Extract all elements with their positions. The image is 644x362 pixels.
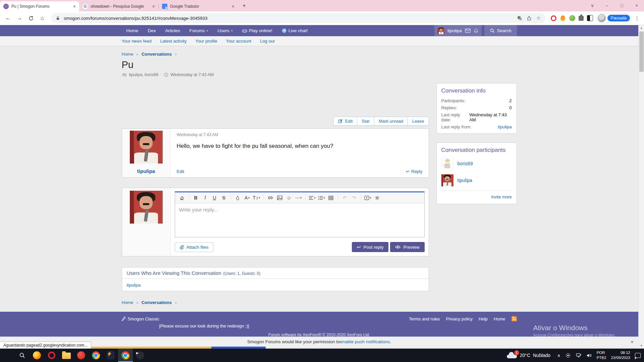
tab-close-icon[interactable]: × (152, 4, 155, 9)
subnav-log-out[interactable]: Log out (260, 39, 274, 44)
subnav-your-account[interactable]: Your account (226, 39, 251, 44)
start-button[interactable] (0, 349, 15, 362)
undo-icon[interactable]: ↶ (340, 193, 349, 202)
footer-terms-link[interactable]: Terms and rules (409, 316, 440, 321)
subnav-latest-activity[interactable]: Latest activity (160, 39, 187, 44)
leave-button[interactable]: Leave (408, 117, 429, 126)
nav-home[interactable]: Home (122, 25, 143, 36)
font-size-icon[interactable]: T↕▾ (252, 193, 261, 202)
browser-menu-icon[interactable]: ⋮ (633, 15, 641, 21)
avatar[interactable] (441, 158, 453, 170)
strikethrough-icon[interactable]: S (220, 193, 228, 202)
more-options-icon[interactable]: ⋯▾ (294, 193, 303, 202)
avatar[interactable] (130, 131, 163, 164)
address-bar[interactable]: smogon.com/forums/conversations/pu.92514… (51, 13, 545, 23)
taskbar-weather[interactable]: 1 20°C Nublado (505, 352, 552, 358)
insert-table-icon[interactable] (327, 193, 335, 202)
align-icon[interactable]: ▾ (308, 193, 317, 202)
taskbar-opera[interactable] (44, 349, 59, 362)
taskbar-file-explorer[interactable] (59, 349, 74, 362)
footer-help-link[interactable]: Help (479, 316, 488, 321)
language-indicator[interactable]: POR PTB2 (597, 350, 606, 360)
flame-extension-icon[interactable] (560, 15, 565, 21)
star-button[interactable]: Star (357, 117, 374, 126)
reload-icon[interactable] (26, 13, 36, 23)
bookmark-star-icon[interactable]: ☆ (535, 15, 542, 21)
message-reply-link[interactable]: ↩ Reply (406, 169, 422, 174)
participant-link-boris69[interactable]: boris69 (458, 161, 473, 166)
subnav-news-feed[interactable]: Your news feed (122, 39, 152, 44)
share-icon[interactable] (526, 15, 533, 21)
meet-now-icon[interactable] (565, 353, 571, 358)
participant-link-tipulipa[interactable]: tipulipa (458, 178, 472, 183)
nav-search-button[interactable]: Search (484, 25, 517, 36)
post-reply-button[interactable]: ↩ Post reply (352, 242, 388, 252)
sync-paused-badge[interactable]: Pausada (607, 15, 630, 21)
taskbar-media-app[interactable]: ▶ (133, 349, 148, 362)
tab-search-icon[interactable]: ∨ (585, 0, 600, 11)
taskbar-chrome-active[interactable] (118, 349, 133, 362)
volume-icon[interactable] (586, 353, 592, 358)
tab-close-icon[interactable]: × (232, 4, 234, 9)
extensions-puzzle-icon[interactable] (579, 16, 584, 21)
action-center-icon[interactable] (635, 353, 641, 358)
minimize-icon[interactable]: – (600, 0, 614, 11)
nav-forums[interactable]: Forums ▾ (185, 25, 213, 36)
nav-articles[interactable]: Articles (161, 25, 185, 36)
mark-unread-button[interactable]: Mark unread (374, 117, 408, 126)
nav-users[interactable]: Users ▾ (213, 25, 237, 36)
attach-files-button[interactable]: Attach files (175, 242, 213, 252)
nav-username[interactable]: tipulipa (447, 28, 462, 33)
taskbar-search-button[interactable] (15, 349, 30, 362)
insert-link-icon[interactable] (266, 193, 275, 202)
new-tab-button[interactable]: + (240, 1, 249, 10)
page-scrollbar[interactable]: ▲ ▼ (638, 25, 644, 349)
scroll-up-icon[interactable]: ▲ (639, 25, 644, 31)
home-icon[interactable]: ⌂ (38, 13, 47, 23)
translate-page-icon[interactable] (517, 15, 523, 21)
close-window-icon[interactable]: × (629, 0, 644, 11)
text-color-icon[interactable] (233, 193, 242, 202)
opera-extension-icon[interactable] (551, 15, 556, 21)
tab-close-icon[interactable]: × (73, 4, 76, 9)
taskbar-clock[interactable]: 08:12 23/09/2023 (611, 350, 630, 360)
avatar[interactable] (441, 174, 453, 186)
taskbar-red-app[interactable] (74, 349, 89, 362)
editor-settings-icon[interactable] (373, 193, 382, 202)
notif-close-icon[interactable]: × (631, 339, 634, 345)
scroll-down-icon[interactable]: ▼ (639, 343, 644, 349)
network-icon[interactable] (576, 353, 582, 358)
nav-play-online[interactable]: Play online! (237, 25, 277, 36)
taskbar-firefox[interactable] (30, 349, 44, 362)
preview-button[interactable]: Preview (390, 242, 424, 252)
nav-live-chat[interactable]: Live chat! (277, 25, 313, 36)
tray-chevron-up-icon[interactable]: ∧ (557, 353, 560, 358)
scrollbar-thumb[interactable] (639, 32, 644, 72)
back-icon[interactable]: ← (3, 13, 13, 23)
frog-extension-icon[interactable] (569, 15, 575, 21)
bell-icon[interactable] (474, 28, 478, 33)
taskbar-chrome[interactable] (89, 349, 103, 362)
breadcrumb-conversations[interactable]: Conversations (142, 300, 172, 305)
tab-google-translate[interactable]: Google Tradutor × (159, 1, 238, 11)
nav-dex[interactable]: Dex (143, 25, 161, 36)
last-reply-from-link[interactable]: tipulipa (498, 124, 512, 129)
darkreader-extension-icon[interactable] (587, 15, 593, 21)
viewing-user-link[interactable]: tipulipa (127, 283, 141, 288)
breadcrumb-home[interactable]: Home (122, 300, 133, 305)
forward-icon[interactable]: → (15, 13, 24, 23)
remove-format-icon[interactable] (178, 193, 186, 202)
breadcrumb-conversations[interactable]: Conversations (142, 52, 172, 57)
reply-input[interactable] (175, 203, 424, 237)
bold-icon[interactable]: B (192, 193, 200, 202)
nav-account-chip[interactable]: tipulipa (434, 25, 482, 36)
footer-privacy-link[interactable]: Privacy policy (446, 316, 473, 321)
tab-smogon[interactable]: Pu | Smogon Forums × (0, 1, 79, 11)
font-family-icon[interactable]: A▾ (243, 193, 252, 202)
enable-push-link[interactable]: enable push notifications (340, 339, 390, 344)
italic-icon[interactable]: I (201, 193, 210, 202)
smogon-classic-link[interactable]: Smogon Classic (122, 316, 159, 321)
message-date[interactable]: Wednesday at 7:43 AM (177, 132, 423, 137)
browser-profile-chip[interactable]: Pausada (596, 13, 631, 23)
maximize-icon[interactable]: □ (614, 0, 629, 11)
